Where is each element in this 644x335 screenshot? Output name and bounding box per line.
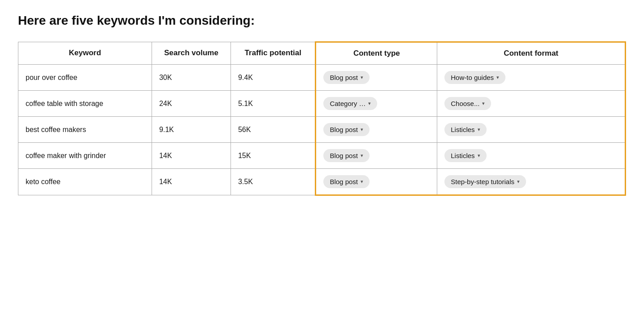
- cell-content-format: How-to guides▾: [437, 65, 626, 91]
- table-row: pour over coffee30K9.4KBlog post▾How-to …: [18, 65, 626, 91]
- cell-traffic-potential: 5.1K: [231, 91, 316, 117]
- header-search-volume: Search volume: [152, 42, 231, 65]
- cell-content-format: Step-by-step tutorials▾: [437, 169, 626, 195]
- content-type-dropdown[interactable]: Blog post▾: [323, 123, 370, 136]
- page-heading: Here are five keywords I'm considering:: [18, 13, 626, 28]
- cell-search-volume: 14K: [152, 169, 231, 195]
- content-format-dropdown[interactable]: How-to guides▾: [444, 71, 505, 84]
- cell-content-format: Listicles▾: [437, 117, 626, 143]
- cell-search-volume: 24K: [152, 91, 231, 117]
- content-type-dropdown[interactable]: Blog post▾: [323, 175, 370, 188]
- cell-content-type: Blog post▾: [316, 117, 437, 143]
- cell-traffic-potential: 9.4K: [231, 65, 316, 91]
- keywords-table: Keyword Search volume Traffic potential …: [18, 41, 626, 196]
- header-traffic-potential: Traffic potential: [231, 42, 316, 65]
- cell-content-type: Blog post▾: [316, 169, 437, 195]
- content-format-dropdown[interactable]: Choose...▾: [444, 97, 491, 110]
- cell-content-type: Blog post▾: [316, 65, 437, 91]
- cell-search-volume: 9.1K: [152, 117, 231, 143]
- header-content-format: Content format: [437, 42, 626, 65]
- content-type-dropdown[interactable]: Blog post▾: [323, 71, 370, 84]
- header-content-type: Content type: [316, 42, 437, 65]
- content-format-dropdown[interactable]: Step-by-step tutorials▾: [444, 175, 526, 188]
- cell-keyword: pour over coffee: [18, 65, 152, 91]
- table-row: best coffee makers9.1K56KBlog post▾Listi…: [18, 117, 626, 143]
- content-type-dropdown[interactable]: Category …▾: [323, 97, 377, 110]
- cell-keyword: keto coffee: [18, 169, 152, 195]
- cell-keyword: coffee table with storage: [18, 91, 152, 117]
- cell-search-volume: 14K: [152, 143, 231, 169]
- table-row: keto coffee14K3.5KBlog post▾Step-by-step…: [18, 169, 626, 195]
- cell-traffic-potential: 15K: [231, 143, 316, 169]
- table-row: coffee table with storage24K5.1KCategory…: [18, 91, 626, 117]
- cell-traffic-potential: 56K: [231, 117, 316, 143]
- cell-content-format: Choose...▾: [437, 91, 626, 117]
- content-format-dropdown[interactable]: Listicles▾: [444, 149, 486, 162]
- content-type-dropdown[interactable]: Blog post▾: [323, 149, 370, 162]
- table-row: coffee maker with grinder14K15KBlog post…: [18, 143, 626, 169]
- cell-search-volume: 30K: [152, 65, 231, 91]
- header-keyword: Keyword: [18, 42, 152, 65]
- cell-keyword: best coffee makers: [18, 117, 152, 143]
- cell-content-type: Blog post▾: [316, 143, 437, 169]
- cell-traffic-potential: 3.5K: [231, 169, 316, 195]
- content-format-dropdown[interactable]: Listicles▾: [444, 123, 486, 136]
- cell-content-type: Category …▾: [316, 91, 437, 117]
- cell-content-format: Listicles▾: [437, 143, 626, 169]
- cell-keyword: coffee maker with grinder: [18, 143, 152, 169]
- table-wrapper: Keyword Search volume Traffic potential …: [18, 41, 626, 196]
